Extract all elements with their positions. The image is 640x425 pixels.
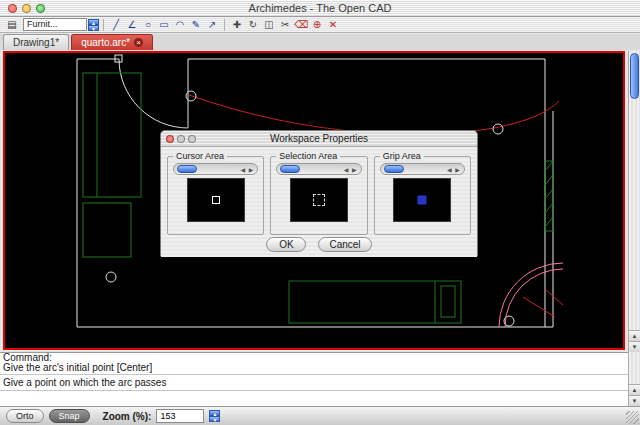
cursor-mark-icon	[212, 196, 220, 204]
scroll-up-icon[interactable]: ▲	[629, 384, 640, 395]
slider-arrows-icon[interactable]: ◀ ▶	[344, 166, 358, 173]
window-title: Archimedes - The Open CAD	[0, 0, 640, 16]
tab-label: Drawing1*	[13, 35, 59, 50]
element-combo-value: Furnit...	[23, 18, 87, 31]
console-divider	[0, 390, 628, 391]
orto-button[interactable]: Orto	[6, 409, 44, 423]
polyline-icon[interactable]: ∠	[124, 18, 140, 32]
close-button[interactable]	[8, 4, 17, 13]
selection-mark-icon	[313, 194, 325, 206]
cursor-preview	[187, 178, 245, 222]
zoom-input[interactable]	[156, 409, 204, 423]
zoom-spinner[interactable]: ▲ ▼	[209, 410, 220, 422]
group-label: Cursor Area	[173, 151, 227, 161]
trim-icon[interactable]: ✂	[277, 18, 293, 32]
line-icon[interactable]: ╱	[108, 18, 124, 32]
cancel-button[interactable]: Cancel	[318, 237, 371, 252]
command-console: Command: Give the arc's initial point [C…	[0, 352, 628, 406]
command-input[interactable]	[2, 393, 624, 407]
console-prompt: Give a point on which the arc passes	[3, 377, 166, 388]
canvas-vertical-scrollbar[interactable]: ▲ ▼	[628, 51, 640, 352]
selection-size-slider[interactable]: ◀ ▶	[276, 163, 361, 175]
slider-arrows-icon[interactable]: ◀ ▶	[240, 166, 254, 173]
slider-thumb[interactable]	[177, 165, 197, 173]
ok-button[interactable]: OK	[266, 237, 306, 252]
rectangle-icon[interactable]: ▭	[156, 18, 172, 32]
rotate-icon[interactable]: ↻	[245, 18, 261, 32]
selection-area-group: Selection Area ◀ ▶	[270, 156, 367, 235]
new-drawing-icon[interactable]: ▤	[5, 19, 19, 30]
grip-mark-icon	[418, 196, 427, 205]
grip-size-slider[interactable]: ◀ ▶	[380, 163, 465, 175]
group-label: Selection Area	[276, 151, 340, 161]
combo-stepper[interactable]: ▲ ▼	[88, 19, 99, 31]
dialog-close-button[interactable]	[166, 135, 174, 143]
scroll-down-icon[interactable]: ▼	[629, 395, 640, 406]
erase-icon[interactable]: ⌫	[293, 18, 309, 32]
grip-preview	[393, 178, 451, 222]
grip-area-group: Grip Area ◀ ▶	[374, 156, 471, 235]
zoom-in-icon[interactable]: ⊕	[309, 18, 325, 32]
dialog-body: Cursor Area ◀ ▶ Selection Area ◀ ▶	[161, 147, 477, 257]
title-bar: Archimedes - The Open CAD	[0, 0, 640, 17]
scroll-down-icon[interactable]: ▼	[629, 341, 640, 352]
scroll-up-icon[interactable]: ▲	[629, 330, 640, 341]
circle-icon[interactable]: ○	[140, 18, 156, 32]
scrollbar-thumb[interactable]	[630, 53, 639, 99]
dialog-zoom-button	[188, 135, 196, 143]
zoom-spinner-down-icon[interactable]: ▼	[209, 416, 220, 422]
infinite-line-icon[interactable]: ↗	[204, 18, 220, 32]
tab-quarto-arc[interactable]: quarto.arc* ×	[71, 34, 153, 50]
tab-label: quarto.arc*	[81, 35, 130, 50]
app-window: Archimedes - The Open CAD ▤ Furnit... ▲ …	[0, 0, 640, 425]
snap-button[interactable]: Snap	[49, 409, 90, 423]
tab-close-icon[interactable]: ×	[134, 38, 143, 47]
dialog-minimize-button	[177, 135, 185, 143]
workspace-properties-dialog: Workspace Properties Cursor Area ◀ ▶	[160, 130, 478, 257]
dialog-title: Workspace Properties	[161, 131, 477, 146]
toolbar-separator	[224, 19, 225, 31]
console-divider	[0, 374, 628, 375]
zoom-button[interactable]	[36, 4, 45, 13]
delete-icon[interactable]: ✕	[325, 18, 341, 32]
arc-icon[interactable]: ◠	[172, 18, 188, 32]
mirror-icon[interactable]: ◫	[261, 18, 277, 32]
tab-drawing1[interactable]: Drawing1*	[3, 34, 69, 50]
toolbar: ▤ Furnit... ▲ ▼ ╱ ∠ ○ ▭ ◠ ✎ ↗ ✚ ↻ ◫ ✂ ⌫ …	[0, 17, 640, 33]
status-bar: Orto Snap Zoom (%): ▲ ▼	[0, 406, 640, 425]
toolbar-separator	[103, 19, 104, 31]
zoom-label: Zoom (%):	[103, 411, 152, 422]
group-label: Grip Area	[380, 151, 424, 161]
console-vertical-scrollbar[interactable]: ▲ ▼	[628, 352, 640, 406]
move-icon[interactable]: ✚	[229, 18, 245, 32]
element-combo[interactable]: Furnit... ▲ ▼	[23, 18, 99, 31]
selection-preview	[290, 178, 348, 222]
resize-grip[interactable]	[626, 411, 639, 424]
pencil-icon[interactable]: ✎	[188, 18, 204, 32]
stepper-down-icon[interactable]: ▼	[88, 25, 99, 31]
slider-thumb[interactable]	[384, 165, 404, 173]
console-history-line: Give the arc's initial point [Center]	[3, 362, 152, 373]
cursor-area-group: Cursor Area ◀ ▶	[167, 156, 264, 235]
minimize-button[interactable]	[22, 4, 31, 13]
slider-thumb[interactable]	[280, 165, 300, 173]
tab-bar: Drawing1* quarto.arc* ×	[0, 34, 640, 50]
cursor-size-slider[interactable]: ◀ ▶	[173, 163, 258, 175]
dialog-title-bar: Workspace Properties	[161, 131, 477, 147]
slider-arrows-icon[interactable]: ◀ ▶	[447, 166, 461, 173]
